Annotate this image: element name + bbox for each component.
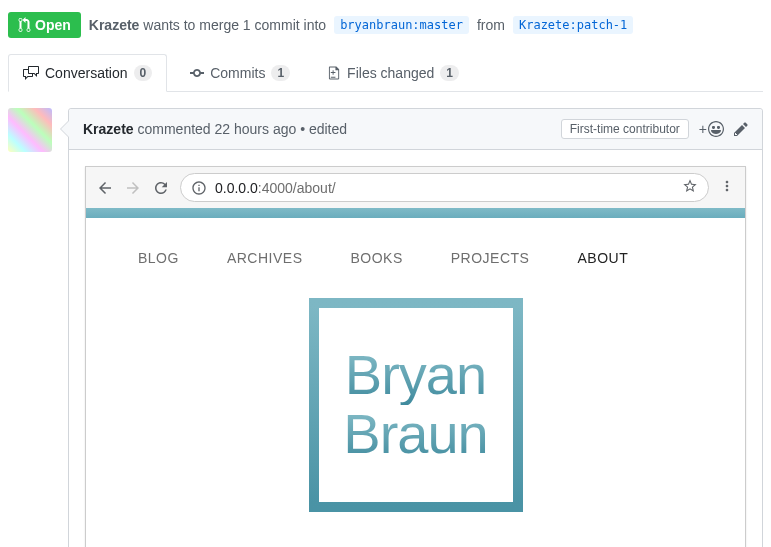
reload-icon xyxy=(152,179,170,197)
nav-about: ABOUT xyxy=(577,250,628,266)
comment-box: Krazete commented 22 hours ago • edited … xyxy=(68,108,763,547)
site-nav: BLOG ARCHIVES BOOKS PROJECTS ABOUT xyxy=(110,238,721,298)
tab-conversation[interactable]: Conversation 0 xyxy=(8,54,167,92)
edit-comment-button[interactable] xyxy=(734,121,748,137)
smiley-icon xyxy=(708,121,724,137)
comment-author-link[interactable]: Krazete xyxy=(83,121,134,137)
forward-icon xyxy=(124,179,142,197)
first-time-badge: First-time contributor xyxy=(561,119,689,139)
back-icon xyxy=(96,179,114,197)
nav-projects: PROJECTS xyxy=(451,250,530,266)
head-branch[interactable]: Krazete:patch-1 xyxy=(513,16,633,34)
commits-count: 1 xyxy=(271,65,290,81)
git-pull-request-icon xyxy=(18,17,31,33)
page-accent-bar xyxy=(86,208,745,218)
pr-meta-row: Open Krazete wants to merge 1 commit int… xyxy=(8,12,763,38)
info-icon xyxy=(191,180,207,196)
conversation-count: 0 xyxy=(134,65,153,81)
base-branch[interactable]: bryanbraun:master xyxy=(334,16,469,34)
merge-text: Krazete wants to merge 1 commit into xyxy=(89,17,326,33)
state-label: Open xyxy=(35,17,71,33)
comment-body: 0.0.0.0:4000/about/ BLOG xyxy=(69,150,762,547)
files-count: 1 xyxy=(440,65,459,81)
pencil-icon xyxy=(734,121,748,137)
pr-title xyxy=(8,0,763,4)
site-logo: Bryan Braun xyxy=(309,298,523,512)
star-icon xyxy=(682,178,698,197)
url-bar: 0.0.0.0:4000/about/ xyxy=(180,173,709,202)
nav-books: BOOKS xyxy=(350,250,402,266)
comment-header: Krazete commented 22 hours ago • edited … xyxy=(69,109,762,150)
add-reaction-button[interactable]: + xyxy=(699,121,724,137)
kebab-menu-icon xyxy=(719,178,735,197)
pr-tabs: Conversation 0 Commits 1 Files changed 1 xyxy=(8,54,763,92)
state-open-badge: Open xyxy=(8,12,81,38)
pr-author-link[interactable]: Krazete xyxy=(89,17,140,33)
nav-archives: ARCHIVES xyxy=(227,250,303,266)
tab-files-changed[interactable]: Files changed 1 xyxy=(313,54,474,91)
tab-commits[interactable]: Commits 1 xyxy=(175,54,305,91)
timeline: Krazete commented 22 hours ago • edited … xyxy=(8,108,763,547)
page-content: BLOG ARCHIVES BOOKS PROJECTS ABOUT Bryan… xyxy=(86,218,745,547)
nav-blog: BLOG xyxy=(138,250,179,266)
comment-discussion-icon xyxy=(23,65,39,81)
avatar[interactable] xyxy=(8,108,52,152)
comment-timestamp: commented 22 hours ago • edited xyxy=(137,121,347,137)
git-commit-icon xyxy=(190,65,204,81)
file-diff-icon xyxy=(328,65,341,81)
browser-toolbar: 0.0.0.0:4000/about/ xyxy=(86,167,745,208)
browser-screenshot: 0.0.0.0:4000/about/ BLOG xyxy=(85,166,746,547)
